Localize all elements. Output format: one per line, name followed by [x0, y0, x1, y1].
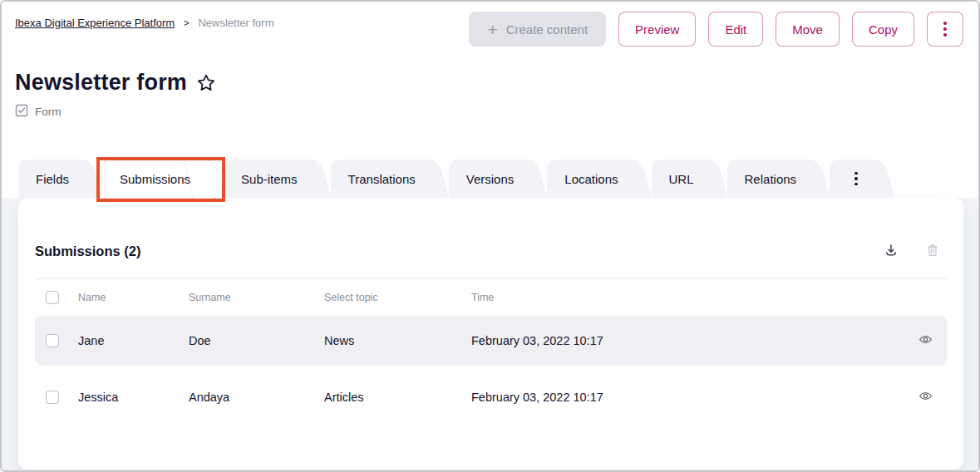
- tab-more[interactable]: [830, 160, 894, 198]
- select-all-checkbox[interactable]: [46, 291, 59, 304]
- tab-versions[interactable]: Versions: [449, 160, 548, 198]
- download-submissions-button[interactable]: [882, 241, 900, 262]
- breadcrumb: Ibexa Digital Experience Platform > News…: [15, 12, 274, 29]
- view-submission-button[interactable]: [917, 387, 934, 407]
- preview-button[interactable]: Preview: [618, 12, 696, 47]
- plus-icon: +: [487, 21, 497, 38]
- cell-surname: Doe: [189, 334, 324, 347]
- cell-name: Jessica: [78, 391, 189, 404]
- page-header: Ibexa Digital Experience Platform > News…: [2, 2, 978, 198]
- tab-translations[interactable]: Translations: [331, 160, 449, 198]
- breadcrumb-separator: >: [184, 17, 190, 29]
- kebab-icon: [943, 22, 947, 37]
- table-header-row: Name Surname Select topic Time: [35, 279, 947, 316]
- bookmark-star-icon[interactable]: [195, 72, 217, 94]
- eye-icon: [918, 332, 933, 349]
- page-title: Newsletter form: [15, 70, 187, 96]
- submissions-panel: Submissions (2): [18, 198, 963, 470]
- move-button[interactable]: Move: [776, 12, 840, 47]
- view-submission-button[interactable]: [917, 331, 934, 351]
- cell-time: February 03, 2022 10:17: [471, 334, 904, 347]
- row-checkbox[interactable]: [46, 334, 59, 347]
- content-type-label: Form: [35, 106, 62, 118]
- tab-fields[interactable]: Fields: [18, 160, 102, 198]
- tab-strip: Fields Submissions Sub-items Translation…: [18, 160, 963, 198]
- column-header-name: Name: [78, 292, 189, 303]
- create-content-button[interactable]: + Create content: [469, 12, 606, 47]
- column-header-topic: Select topic: [324, 292, 471, 303]
- edit-button[interactable]: Edit: [708, 12, 763, 47]
- more-actions-button[interactable]: [927, 12, 963, 47]
- content-type-icon: [15, 104, 28, 120]
- table-row: Jane Doe News February 03, 2022 10:17: [35, 316, 947, 366]
- app-window: Ibexa Digital Experience Platform > News…: [0, 0, 980, 472]
- tab-sub-items[interactable]: Sub-items: [224, 160, 331, 198]
- tab-url[interactable]: URL: [652, 160, 727, 198]
- cell-name: Jane: [78, 334, 189, 347]
- cell-topic: Articles: [324, 391, 471, 404]
- row-checkbox[interactable]: [46, 391, 59, 404]
- table-row: Jessica Andaya Articles February 03, 202…: [35, 372, 947, 422]
- submissions-heading: Submissions (2): [35, 243, 140, 259]
- copy-button[interactable]: Copy: [852, 12, 914, 47]
- cell-surname: Andaya: [189, 391, 324, 404]
- action-toolbar: + Create content Preview Edit Move Copy: [469, 12, 963, 47]
- breadcrumb-root-link[interactable]: Ibexa Digital Experience Platform: [15, 17, 175, 29]
- content-area: Submissions (2): [2, 198, 978, 470]
- column-header-time: Time: [471, 292, 904, 303]
- cell-topic: News: [324, 334, 471, 347]
- tab-submissions[interactable]: Submissions: [102, 160, 224, 198]
- download-icon: [884, 243, 899, 260]
- column-header-surname: Surname: [189, 292, 324, 303]
- eye-icon: [918, 389, 933, 406]
- cell-time: February 03, 2022 10:17: [471, 391, 904, 404]
- kebab-icon: [854, 172, 858, 186]
- breadcrumb-current: Newsletter form: [198, 17, 273, 29]
- tab-locations[interactable]: Locations: [547, 160, 651, 198]
- delete-submissions-button[interactable]: [923, 241, 942, 262]
- trash-icon: [925, 243, 940, 260]
- tab-relations[interactable]: Relations: [727, 160, 830, 198]
- create-content-label: Create content: [506, 22, 588, 37]
